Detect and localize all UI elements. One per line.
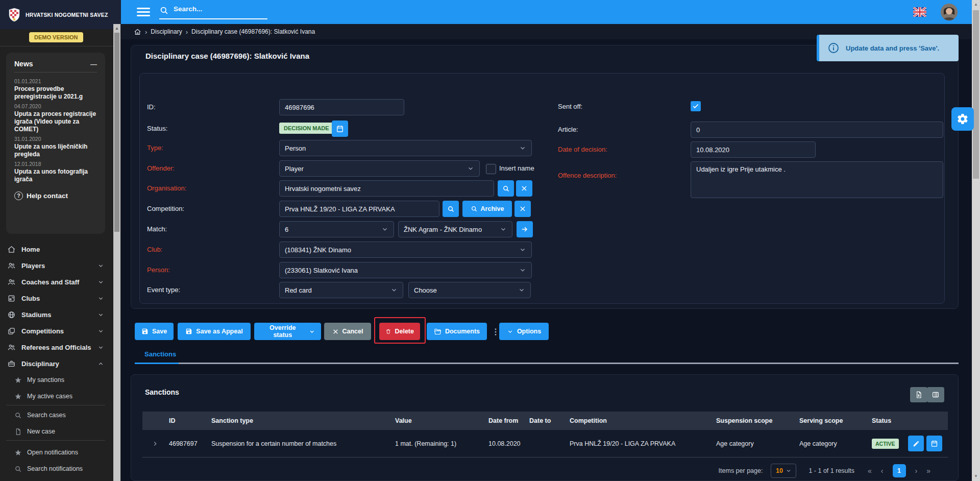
insert-name-checkbox[interactable] [486, 164, 496, 174]
info-icon [827, 42, 840, 54]
type-select[interactable]: Person [279, 140, 532, 156]
first-page-icon[interactable]: « [868, 467, 872, 475]
export-excel-button[interactable] [910, 387, 927, 402]
sidebar-item-my-active-cases[interactable]: My active cases [0, 389, 111, 403]
demo-version-badge: DEMO VERSION [29, 32, 83, 42]
breadcrumb-separator: › [186, 28, 188, 36]
person-select[interactable]: (233061) Slatković Ivana [279, 262, 532, 278]
chevron-down-icon [519, 145, 526, 152]
event-type-label: Event type: [147, 282, 180, 298]
delete-button[interactable]: Delete [379, 323, 420, 340]
sidebar-item-new-case[interactable]: New case [0, 424, 111, 439]
column-header-competition: Competition [570, 417, 716, 424]
offender-select[interactable]: Player [279, 160, 480, 177]
sidebar-item-coaches-and-staff[interactable]: Coaches and Staff [0, 274, 111, 290]
competition-archive-button[interactable]: Archive [462, 201, 512, 217]
override-status-button[interactable]: Override status [254, 323, 321, 340]
settings-gear-button[interactable] [951, 107, 974, 131]
sent-off-checkbox[interactable] [691, 101, 701, 111]
news-link[interactable]: Uputa za proces registracije igrača (Vid… [14, 110, 97, 133]
column-header-date-from: Date from [488, 417, 529, 424]
divider [14, 72, 97, 73]
scroll-up-icon[interactable]: ▲ [113, 26, 120, 31]
club-select[interactable]: (108341) ŽNK Dinamo [279, 242, 532, 258]
offence-description-label: Offence description: [558, 171, 617, 181]
search-input[interactable] [173, 5, 269, 13]
match-pair-select[interactable]: ŽNK Agram - ŽNK Dinamo [398, 221, 512, 237]
sidebar-scrollbar[interactable]: ▲ [113, 24, 120, 481]
sidebar-scrollbar-thumb[interactable] [114, 33, 119, 232]
sidebar-item-clubs[interactable]: Clubs [0, 290, 111, 306]
insert-name-label: Insert name [499, 160, 534, 177]
sidebar-item-open-notifications[interactable]: Open notifications [0, 445, 111, 460]
row-expand-chevron-icon[interactable] [152, 440, 169, 447]
date-of-decision-input[interactable] [691, 141, 816, 158]
page-scrollbar-thumb[interactable] [973, 10, 979, 179]
competition-search-button[interactable] [443, 201, 459, 217]
news-link[interactable]: Uputa za unos fotografija igrača [14, 168, 97, 183]
event-type-select[interactable]: Red card [279, 282, 403, 298]
more-actions-dots-icon[interactable]: ⋮ [492, 323, 500, 340]
cancel-button[interactable]: Cancel [324, 323, 371, 340]
column-settings-button[interactable] [927, 387, 944, 402]
user-avatar[interactable] [941, 4, 958, 20]
save-as-appeal-button[interactable]: Save as Appeal [178, 323, 251, 340]
hamburger-menu-icon[interactable] [137, 8, 150, 16]
prev-page-icon[interactable]: ‹ [881, 467, 884, 475]
items-per-page-select[interactable]: 10 [771, 464, 796, 478]
news-link[interactable]: Proces provedbe preregistracije u 2021.g [14, 85, 97, 101]
competitions-icon [7, 327, 16, 335]
page-title: Disciplinary case (46987696): Slatković … [145, 52, 309, 60]
id-input[interactable] [279, 99, 404, 115]
chevron-down-icon [467, 165, 474, 172]
sanction-table-row[interactable]: 46987697 Suspension for a certain number… [142, 430, 948, 458]
options-button[interactable]: Options [499, 323, 549, 340]
chevron-down-icon [390, 286, 398, 294]
competition-clear-button[interactable] [514, 201, 531, 217]
sidebar-item-stadiums[interactable]: Stadiums [0, 306, 111, 323]
collapse-minus-icon[interactable]: — [90, 60, 97, 68]
sent-off-label: Sent off: [558, 99, 582, 114]
players-icon [7, 261, 16, 270]
status-history-button[interactable] [332, 121, 348, 137]
tab-sanctions[interactable]: Sanctions [144, 350, 176, 358]
sanction-history-button[interactable] [926, 436, 942, 451]
go-to-match-button[interactable] [517, 221, 533, 237]
scroll-down-icon[interactable]: ▼ [972, 474, 980, 478]
last-page-icon[interactable]: » [926, 467, 930, 475]
match-pair-value: ŽNK Agram - ŽNK Dinamo [404, 226, 482, 233]
next-page-icon[interactable]: › [915, 467, 918, 475]
competition-input[interactable] [279, 201, 439, 217]
home-icon[interactable] [134, 28, 141, 36]
sidebar-item-competitions[interactable]: Competitions [0, 323, 111, 339]
offence-description-textarea[interactable]: Udaljen iz igre Prije utakmice . [691, 161, 943, 198]
sidebar-item-my-sanctions[interactable]: My sanctions [0, 373, 111, 387]
documents-button[interactable]: Documents [427, 323, 487, 340]
sidebar-item-disciplinary[interactable]: Disciplinary [0, 355, 111, 372]
organisation-search-button[interactable] [498, 180, 514, 197]
match-round-select[interactable]: 6 [279, 221, 394, 237]
news-link[interactable]: Upute za unos liječničkih pregleda [14, 143, 97, 158]
language-flag-uk-icon[interactable] [913, 7, 926, 17]
global-search [159, 4, 269, 13]
edit-sanction-button[interactable] [908, 436, 924, 451]
event-subtype-select[interactable]: Choose [408, 282, 531, 298]
sidebar-subitem-label: Search notifications [27, 465, 83, 472]
sidebar-item-search-notifications[interactable]: Search notifications [0, 462, 111, 476]
org-name: HRVATSKI NOGOMETNI SAVEZ [26, 12, 108, 18]
page-scrollbar[interactable]: ▲ ▼ [972, 0, 980, 481]
sidebar-item-home[interactable]: Home [0, 241, 111, 257]
sidebar-item-referees-and-officials[interactable]: Referees and Officials [0, 339, 111, 355]
scroll-up-icon[interactable]: ▲ [972, 2, 980, 7]
sidebar-item-players[interactable]: Players [0, 257, 111, 274]
organisation-input[interactable] [279, 180, 494, 197]
breadcrumb-link-disciplinary[interactable]: Disciplinary [151, 28, 182, 35]
sidebar-item-search-cases[interactable]: Search cases [0, 408, 111, 422]
save-button[interactable]: Save [135, 323, 174, 340]
current-page-button[interactable]: 1 [893, 464, 906, 477]
article-input[interactable] [691, 122, 943, 138]
help-contact-link[interactable]: ? Help contact [6, 184, 105, 207]
organisation-clear-button[interactable] [516, 180, 532, 197]
article-label: Article: [558, 122, 578, 138]
home-icon [7, 245, 16, 254]
